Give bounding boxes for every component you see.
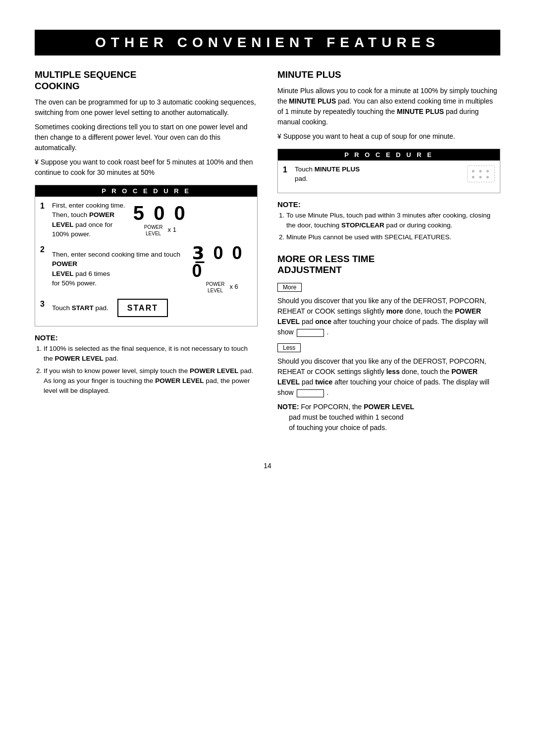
procedure-header-left: P R O C E D U R E [35, 185, 257, 197]
note-list-left: If 100% is selected as the final sequenc… [35, 344, 258, 396]
step-1: 1 First, enter cooking time. Then, touch… [40, 201, 252, 239]
intro-p2: Sometimes cooking directions tell you to… [35, 122, 258, 153]
step-1-content: First, enter cooking time. Then, touch P… [52, 201, 252, 239]
more-para: Should you discover that you like any of… [277, 296, 500, 337]
step-2-content: Then, enter second cooking time and touc… [52, 244, 252, 294]
step-2-digits: 3̲ 0 0 0 [192, 244, 252, 280]
minute-plus-step-1: 1 Touch MINUTE PLUSpad. ● ● ●● ● ● [283, 164, 495, 184]
step-2-num: 2 [40, 245, 49, 254]
minute-plus-step-content: Touch MINUTE PLUSpad. ● ● ●● ● ● [295, 164, 495, 184]
procedure-body-right: 1 Touch MINUTE PLUSpad. ● ● ●● ● ● [278, 161, 500, 193]
step-1-digits: 5 0 0 [133, 203, 187, 223]
procedure-box-right: P R O C E D U R E 1 Touch MINUTE PLUSpad… [277, 149, 500, 193]
note-section-left: NOTE: If 100% is selected as the final s… [35, 333, 258, 396]
minute-plus-icon: ● ● ●● ● ● [467, 165, 495, 182]
left-column: MULTIPLE SEQUENCE COOKING The oven can b… [35, 69, 258, 437]
procedure-header-right: P R O C E D U R E [278, 149, 500, 161]
step-3-num: 3 [40, 300, 49, 309]
step-3: 3 Touch START pad. START [40, 299, 252, 317]
note-item-2: If you wish to know power level, simply … [44, 366, 258, 396]
procedure-box-left: P R O C E D U R E 1 First, enter cooking… [35, 185, 258, 326]
note-item-1: If 100% is selected as the final sequenc… [44, 344, 258, 364]
note-title-right: NOTE: [277, 200, 500, 209]
more-display-placeholder [297, 329, 324, 337]
minute-plus-step-num: 1 [283, 165, 292, 174]
step-2: 2 Then, enter second cooking time and to… [40, 244, 252, 294]
less-para: Should you discover that you like any of… [277, 356, 500, 398]
multiple-sequence-title: MULTIPLE SEQUENCE COOKING [35, 69, 258, 92]
less-display-placeholder [297, 389, 324, 397]
minute-plus-p2: ¥ Suppose you want to heat a cup of soup… [277, 131, 500, 142]
page-header: OTHER CONVENIENT FEATURES [35, 30, 500, 55]
step-2-label: POWERLEVEL [206, 281, 225, 294]
start-button-display: START [117, 299, 168, 317]
popcorn-note: NOTE: For POPCORN, the POWER LEVEL pad m… [277, 402, 500, 433]
step-1-multiplier: x 1 [168, 225, 176, 235]
procedure-body-left: 1 First, enter cooking time. Then, touch… [35, 197, 257, 326]
step-1-label: POWERLEVEL [144, 224, 163, 237]
right-column: MINUTE PLUS Minute Plus allows you to co… [277, 69, 500, 437]
minute-note-1: To use Minute Plus, touch pad within 3 m… [286, 211, 500, 231]
less-box: Less [277, 343, 301, 352]
intro-p3: ¥ Suppose you want to cook roast beef fo… [35, 157, 258, 178]
intro-p1: The oven can be programmed for up to 3 a… [35, 97, 258, 118]
step-1-num: 1 [40, 202, 49, 211]
note-title-left: NOTE: [35, 333, 258, 342]
more-or-less-title: MORE OR LESS TIME ADJUSTMENT [277, 254, 500, 276]
page-number: 14 [35, 462, 500, 470]
minute-plus-p1: Minute Plus allows you to cook for a min… [277, 86, 500, 127]
step-2-multiplier: x 6 [229, 282, 238, 292]
minute-plus-title: MINUTE PLUS [277, 69, 500, 81]
minute-note-2: Minute Plus cannot be used with SPECIAL … [286, 232, 500, 242]
note-section-right: NOTE: To use Minute Plus, touch pad with… [277, 200, 500, 243]
note-list-right: To use Minute Plus, touch pad within 3 m… [277, 211, 500, 243]
step-3-content: Touch START pad. START [52, 299, 252, 317]
more-box: More [277, 283, 302, 292]
